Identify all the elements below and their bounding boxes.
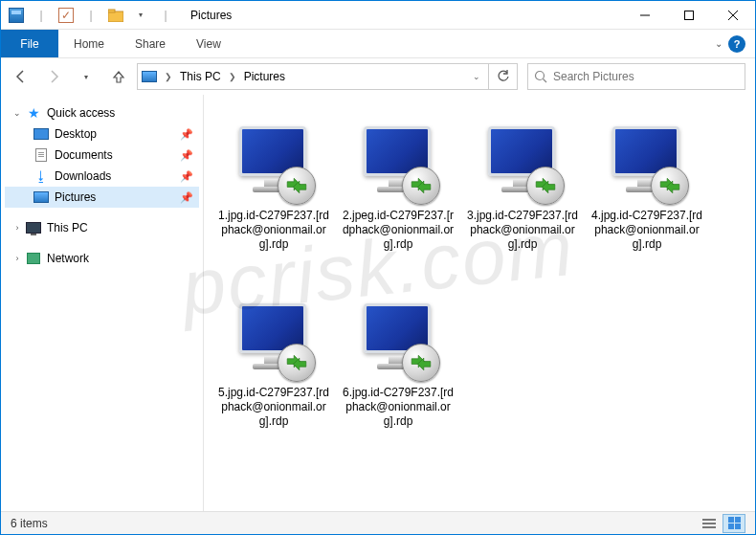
star-icon: ★: [26, 105, 41, 121]
file-item[interactable]: 3.jpg.id-C279F237.[rdphack@onionmail.org…: [460, 108, 585, 285]
tab-view[interactable]: View: [181, 30, 236, 57]
chevron-down-icon[interactable]: ⌄: [11, 108, 24, 118]
file-item[interactable]: 4.jpg.id-C279F237.[rdphack@onionmail.org…: [585, 108, 709, 285]
nav-recent-dropdown[interactable]: ▾: [72, 63, 100, 90]
breadcrumb[interactable]: ❯ This PC ❯ Pictures ⌄: [137, 63, 489, 90]
file-item[interactable]: 5.jpg.id-C279F237.[rdphack@onionmail.org…: [211, 285, 336, 462]
svg-point-6: [536, 72, 545, 80]
pin-icon: 📌: [180, 170, 193, 183]
svg-rect-1: [108, 10, 115, 12]
sidebar-item-documents[interactable]: Documents 📌: [5, 145, 199, 166]
window-title: Pictures: [190, 9, 232, 22]
view-details-button[interactable]: [698, 514, 721, 533]
rdp-badge-icon: [278, 344, 316, 382]
rdp-badge-icon: [526, 167, 565, 205]
file-name-label: 5.jpg.id-C279F237.[rdphack@onionmail.org…: [213, 386, 334, 429]
pin-icon: 📌: [180, 128, 193, 141]
nav-up-button[interactable]: [104, 63, 133, 90]
help-icon[interactable]: ?: [728, 35, 745, 53]
search-icon: [534, 70, 547, 83]
file-tab[interactable]: File: [1, 30, 58, 57]
sidebar-label: Desktop: [55, 127, 178, 141]
rdp-file-icon: [229, 114, 320, 205]
titlebar: | ✓ | ▾ | Pictures: [1, 1, 755, 30]
chevron-right-icon[interactable]: ›: [11, 254, 24, 263]
sidebar-item-quick-access[interactable]: ⌄ ★ Quick access: [5, 102, 199, 123]
status-bar: 6 items: [1, 511, 755, 534]
new-folder-icon[interactable]: [104, 4, 127, 27]
rdp-file-icon: [602, 114, 693, 205]
properties-icon[interactable]: ✓: [55, 4, 78, 27]
qat-separator-2: |: [79, 4, 102, 27]
file-item[interactable]: 6.jpg.id-C279F237.[rdphack@onionmail.org…: [336, 285, 460, 462]
rdp-file-icon: [478, 114, 568, 205]
sidebar-item-pictures[interactable]: Pictures 📌: [5, 187, 199, 208]
rdp-file-icon: [353, 291, 444, 382]
breadcrumb-item-pictures[interactable]: Pictures: [240, 70, 289, 83]
window-controls: [623, 1, 755, 30]
rdp-badge-icon: [278, 167, 316, 205]
pin-icon: 📌: [180, 149, 193, 162]
main-area: ⌄ ★ Quick access Desktop 📌 Documents 📌 ⭳…: [1, 95, 755, 513]
file-name-label: 2.jpeg.id-C279F237.[rdphack@onionmail.or…: [338, 209, 458, 252]
qat-dropdown-icon[interactable]: ▾: [129, 4, 152, 27]
sidebar-label: Documents: [55, 148, 178, 162]
chevron-right-icon[interactable]: ❯: [165, 72, 172, 81]
sidebar-label: This PC: [47, 221, 199, 234]
svg-rect-0: [108, 11, 123, 22]
quick-access-toolbar: | ✓ | ▾ |: [1, 4, 181, 27]
minimize-button[interactable]: [623, 1, 667, 30]
app-icon: [5, 4, 28, 27]
file-name-label: 1.jpg.id-C279F237.[rdphack@onionmail.org…: [213, 209, 334, 252]
svg-line-7: [544, 79, 547, 83]
rdp-file-icon: [353, 114, 444, 205]
download-icon: ⭳: [33, 168, 49, 184]
refresh-button[interactable]: [489, 63, 518, 90]
search-input[interactable]: [553, 70, 739, 83]
pin-icon: 📌: [180, 191, 193, 204]
document-icon: [33, 147, 49, 163]
pc-icon: [26, 220, 41, 235]
sidebar-label: Quick access: [47, 106, 199, 120]
navigation-row: ▾ ❯ This PC ❯ Pictures ⌄: [1, 58, 755, 95]
sidebar-item-network[interactable]: › Network: [5, 248, 199, 269]
qat-separator-3: |: [154, 4, 177, 27]
maximize-button[interactable]: [667, 1, 711, 30]
view-large-icons-button[interactable]: [723, 514, 745, 533]
rdp-badge-icon: [651, 167, 689, 205]
network-icon: [26, 251, 41, 266]
desktop-icon: [33, 126, 49, 142]
sidebar-item-desktop[interactable]: Desktop 📌: [5, 123, 199, 145]
chevron-right-icon[interactable]: ❯: [229, 72, 236, 81]
file-name-label: 3.jpg.id-C279F237.[rdphack@onionmail.org…: [462, 209, 583, 252]
rdp-file-icon: [229, 291, 320, 382]
svg-rect-3: [685, 11, 694, 19]
sidebar-item-this-pc[interactable]: › This PC: [5, 217, 199, 238]
file-list[interactable]: 1.jpg.id-C279F237.[rdphack@onionmail.org…: [204, 95, 755, 513]
sidebar-item-downloads[interactable]: ⭳ Downloads 📌: [5, 166, 199, 187]
chevron-down-icon[interactable]: ⌄: [473, 72, 480, 81]
item-count-label: 6 items: [11, 517, 48, 530]
file-name-label: 4.jpg.id-C279F237.[rdphack@onionmail.org…: [587, 209, 707, 252]
sidebar-label: Network: [47, 252, 199, 265]
file-item[interactable]: 1.jpg.id-C279F237.[rdphack@onionmail.org…: [211, 108, 336, 285]
file-item[interactable]: 2.jpeg.id-C279F237.[rdphack@onionmail.or…: [336, 108, 460, 285]
tab-share[interactable]: Share: [120, 30, 181, 57]
breadcrumb-item-thispc[interactable]: This PC: [176, 70, 225, 83]
ribbon-collapse-icon[interactable]: ⌄: [715, 38, 723, 49]
close-button[interactable]: [711, 1, 755, 30]
nav-back-button[interactable]: [7, 63, 35, 90]
file-name-label: 6.jpg.id-C279F237.[rdphack@onionmail.org…: [338, 386, 458, 429]
sidebar-label: Downloads: [55, 169, 178, 183]
chevron-right-icon[interactable]: ›: [11, 223, 24, 233]
rdp-badge-icon: [402, 344, 440, 382]
qat-separator: |: [30, 4, 53, 27]
sidebar-label: Pictures: [55, 190, 178, 204]
location-icon: [142, 69, 157, 84]
sidebar: ⌄ ★ Quick access Desktop 📌 Documents 📌 ⭳…: [1, 95, 204, 513]
tab-home[interactable]: Home: [58, 30, 120, 57]
nav-forward-button[interactable]: [39, 63, 68, 90]
ribbon: File Home Share View ⌄ ?: [1, 30, 755, 58]
search-box[interactable]: [527, 63, 745, 90]
rdp-badge-icon: [402, 167, 440, 205]
